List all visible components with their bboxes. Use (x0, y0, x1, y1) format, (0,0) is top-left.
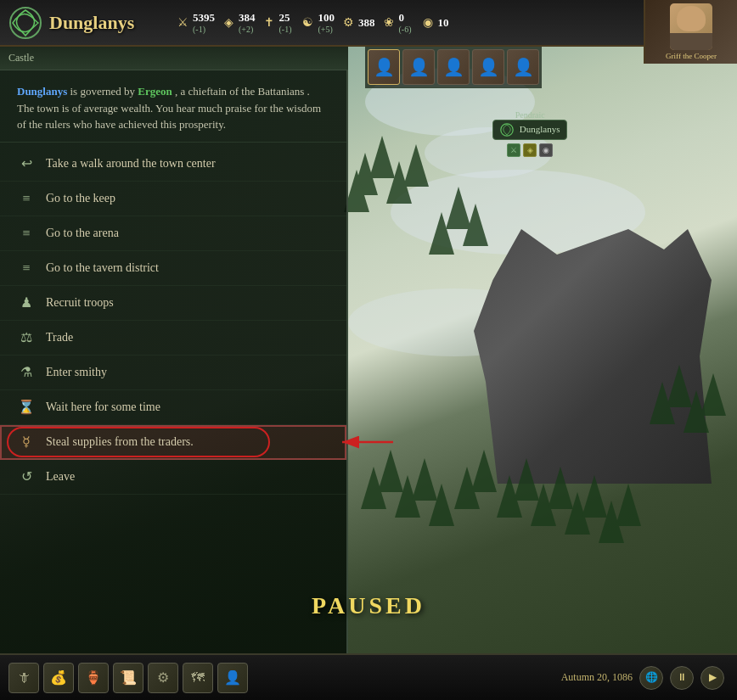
menu-item-wait[interactable]: ⌛ Wait here for some time (0, 390, 346, 425)
menu-item-steal[interactable]: ☿ Steal supplies from the traders. (0, 425, 346, 460)
keep-icon: ≡ (17, 189, 36, 208)
renown-value: 10 (438, 16, 449, 30)
bottom-btn-quest[interactable]: 📜 (113, 663, 143, 693)
bottom-icons-row: 🗡 💰 🏺 📜 ⚙ 🗺 👤 (0, 663, 549, 693)
food-delta: (-1) (279, 25, 292, 34)
tavern-icon: ≡ (17, 259, 36, 277)
menu-item-trade[interactable]: ⚖ Trade (0, 321, 346, 356)
game-date: Autumn 20, 1086 (561, 671, 633, 684)
piety-icon: ❀ (380, 14, 397, 31)
character-miniatures: 👤 👤 👤 👤 👤 (365, 47, 542, 88)
menu-label-leave: Leave (46, 470, 75, 484)
soldiers-value: 5395 (193, 11, 215, 25)
recruit-icon: ♟ (17, 294, 36, 312)
town-status-icons: ⚔ ◈ ◉ (507, 143, 553, 157)
location-bar: Castle (0, 47, 348, 70)
morale-icon: ☯ (300, 14, 317, 31)
leave-icon: ↺ (17, 468, 36, 486)
bottom-btn-sword[interactable]: 🗡 (8, 663, 39, 693)
resource-influence: ⚙ 388 (340, 14, 375, 31)
mini-portrait-3[interactable]: 👤 (437, 49, 470, 85)
town-name: Dunglanys (520, 124, 560, 134)
pause-btn[interactable]: ⏸ (670, 666, 694, 690)
description-area: Dunglanys is governed by Ergeon , a chie… (0, 70, 346, 143)
bottom-btn-items[interactable]: 🏺 (78, 663, 109, 693)
bottom-right: Autumn 20, 1086 🌐 ⏸ ▶ (549, 666, 737, 690)
mini-portrait-2[interactable]: 👤 (402, 49, 435, 85)
menu-label-steal: Steal supplies from the traders. (46, 435, 194, 449)
mini-portrait-5[interactable]: 👤 (507, 49, 539, 85)
town-name-badge: Dunglanys (492, 120, 567, 140)
menu-item-leave[interactable]: ↺ Leave (0, 460, 346, 495)
town-highlight: Dunglanys (17, 85, 67, 98)
region-name: Pendraic (515, 110, 545, 120)
resource-piety: ❀ 0 (-6) (380, 11, 414, 34)
bottom-btn-char[interactable]: 👤 (217, 663, 248, 693)
menu-item-recruit[interactable]: ♟ Recruit troops (0, 286, 346, 321)
paused-text: PAUSED (312, 592, 425, 619)
menu-label-walk: Take a walk around the town center (46, 157, 216, 171)
portrait-face (670, 3, 712, 50)
svg-point-28 (501, 124, 513, 136)
influence-value: 388 (358, 16, 375, 30)
character-portrait[interactable]: Griff the Cooper (644, 0, 737, 64)
title-section: Dunglanys (0, 6, 170, 40)
menu-label-trade: Trade (46, 331, 73, 344)
gold-value: 384 (239, 11, 256, 25)
gold-icon: ◈ (220, 14, 237, 31)
menu-item-smithy[interactable]: ⚗ Enter smithy (0, 356, 346, 390)
influence-icon: ⚙ (340, 14, 357, 31)
menu-item-walk[interactable]: ↩ Take a walk around the town center (0, 147, 346, 182)
menu-label-tavern: Go to the tavern district (46, 261, 159, 275)
soldiers-delta: (-1) (193, 25, 215, 34)
description-text: Dunglanys is governed by Ergeon , a chie… (17, 83, 329, 133)
play-btn[interactable]: ▶ (700, 666, 724, 690)
renown-icon: ◉ (419, 14, 436, 31)
bottom-btn-map[interactable]: 🗺 (183, 663, 213, 693)
menu-item-arena[interactable]: ≡ Go to the arena (0, 216, 346, 251)
wait-icon: ⌛ (17, 398, 36, 417)
food-value: 25 (279, 11, 292, 25)
piety-delta: (-6) (399, 25, 412, 34)
soldiers-icon: ⚔ (174, 14, 191, 31)
menu-label-keep: Go to the keep (46, 192, 115, 205)
menu-label-arena: Go to the arena (46, 227, 119, 240)
gold-delta: (+2) (239, 25, 256, 34)
menu-item-tavern[interactable]: ≡ Go to the tavern district (0, 251, 346, 286)
menu-label-recruit: Recruit troops (46, 296, 114, 310)
town-logo-icon (500, 123, 514, 137)
location-text: Castle (8, 52, 34, 64)
character-name: Griff the Cooper (666, 52, 717, 60)
red-arrow-icon (338, 429, 397, 455)
resource-renown: ◉ 10 (419, 14, 453, 31)
top-bar: Dunglanys ⚔ 5395 (-1) ◈ 384 (+2) ✝ 25 (-… (0, 0, 737, 47)
svg-point-27 (10, 8, 41, 38)
resource-soldiers: ⚔ 5395 (-1) (174, 11, 215, 34)
left-panel: Dunglanys is governed by Ergeon , a chie… (0, 70, 348, 700)
morale-delta: (+5) (318, 25, 335, 34)
menu-label-wait: Wait here for some time (46, 400, 160, 414)
bottom-btn-gold[interactable]: 💰 (43, 663, 74, 693)
speed-globe-btn[interactable]: 🌐 (639, 666, 663, 690)
steal-icon: ☿ (17, 433, 36, 451)
mini-portrait-1[interactable]: 👤 (368, 49, 400, 85)
food-icon: ✝ (261, 14, 278, 31)
walk-icon: ↩ (17, 154, 36, 173)
smithy-icon: ⚗ (17, 363, 36, 382)
resource-gold: ◈ 384 (+2) (220, 11, 256, 34)
menu-list: ↩ Take a walk around the town center ≡ G… (0, 143, 346, 499)
trade-icon: ⚖ (17, 328, 36, 347)
menu-item-keep[interactable]: ≡ Go to the keep (0, 182, 346, 216)
game-logo-icon (8, 6, 42, 40)
arena-icon: ≡ (17, 224, 36, 243)
leader-highlight: Ergeon (138, 85, 172, 98)
game-title: Dunglanys (49, 12, 134, 34)
mini-portrait-4[interactable]: 👤 (472, 49, 504, 85)
piety-value: 0 (399, 11, 412, 25)
town-marker: Pendraic Dunglanys ⚔ ◈ ◉ (492, 110, 567, 157)
bottom-bar: 🗡 💰 🏺 📜 ⚙ 🗺 👤 Autumn 20, 1086 🌐 ⏸ ▶ (0, 653, 737, 700)
resource-morale: ☯ 100 (+5) (300, 11, 335, 34)
bottom-btn-clan[interactable]: ⚙ (148, 663, 178, 693)
menu-label-smithy: Enter smithy (46, 366, 107, 379)
resource-food: ✝ 25 (-1) (261, 11, 295, 34)
